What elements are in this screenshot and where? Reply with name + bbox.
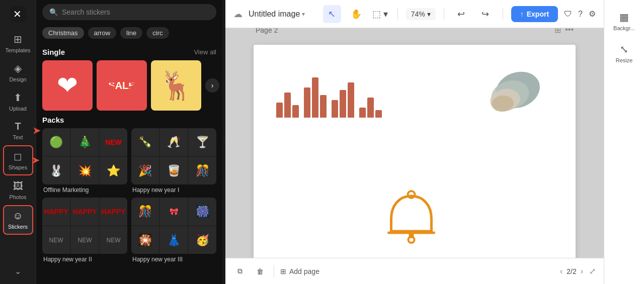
left-toolbar: ✕ ⊞ Templates ◈ Design ⬆ Upload T Text ➤…: [0, 0, 36, 284]
resize-button[interactable]: ⤡ Resize: [607, 38, 642, 68]
page-expand-icon[interactable]: ⊞: [554, 28, 561, 35]
title-chevron-icon[interactable]: ▾: [302, 11, 305, 18]
tag-arrow[interactable]: arrow: [88, 27, 117, 39]
photos-icon: 🖼: [13, 180, 23, 192]
toolbar-more-button[interactable]: ⌄: [3, 262, 33, 280]
doc-title-container: Untitled image ▾: [249, 10, 305, 19]
hand-feather-element[interactable]: [475, 60, 545, 130]
expand-button[interactable]: ⤢: [589, 266, 596, 276]
add-page-label: Add page: [289, 267, 319, 275]
pack-cell: 🍸: [189, 128, 216, 156]
design-icon: ◈: [14, 62, 22, 74]
add-page-button[interactable]: ⊞ Add page: [280, 267, 319, 275]
shapes-icon: ◻: [14, 150, 22, 162]
sidebar-item-photos[interactable]: 🖼 Photos: [3, 176, 33, 204]
pack-cell: 👗: [160, 226, 188, 254]
single-section-title: Single: [42, 48, 65, 56]
chart-element[interactable]: [276, 77, 382, 118]
background-button[interactable]: ▦ Backgr...: [607, 6, 642, 36]
sidebar-item-upload[interactable]: ⬆ Upload: [3, 87, 33, 116]
sticker-heart[interactable]: ❤: [42, 60, 93, 111]
page-label: Page 2: [256, 28, 278, 34]
search-input[interactable]: [62, 8, 209, 16]
single-stickers-row: ❤ SALE 🦌 ›: [42, 60, 216, 111]
tags-row: Christmas arrow line circ: [36, 24, 222, 43]
pack-happy-new-year-3[interactable]: 🎊 🎀 🎆 🎇 👗 🥳 Happy new year III: [131, 198, 216, 263]
stickers-icon: ☺: [13, 210, 23, 222]
sidebar-item-stickers[interactable]: ☺ Stickers: [3, 205, 33, 235]
sidebar-item-text[interactable]: T Text ➤: [3, 117, 33, 144]
pack-cell: 💥: [71, 157, 99, 184]
tag-circ[interactable]: circ: [146, 27, 169, 39]
text-icon: T: [15, 121, 21, 132]
bottom-bar: ⧉ 🗑 ⊞ Add page ‹ 2/2 › ⤢: [225, 258, 604, 284]
zoom-value: 74%: [411, 10, 425, 18]
sticker-reindeer[interactable]: 🦌: [151, 60, 201, 111]
pack-cell: 🎉: [131, 157, 159, 184]
pack-happy-new-year-3-grid: 🎊 🎀 🎆 🎇 👗 🥳: [131, 198, 216, 254]
shapes-arrow: ➤: [32, 155, 39, 166]
upload-label: Upload: [9, 106, 27, 112]
pack-cell: 🎄: [71, 128, 99, 156]
main-area: ☁ Untitled image ▾ ↖ ✋ ⬚ ▾ 74% ▾ ↩ ↪ ↑ E…: [225, 0, 604, 284]
page-counter: 2/2: [567, 267, 576, 275]
export-icon: ↑: [520, 10, 524, 18]
pack-happy-new-year-1-label: Happy new year I: [131, 186, 216, 194]
copy-page-button[interactable]: ⧉: [233, 264, 247, 278]
toolbar-divider-3: [503, 8, 503, 20]
shield-icon[interactable]: 🛡: [564, 10, 572, 19]
text-label: Text: [13, 134, 23, 140]
zoom-control[interactable]: 74% ▾: [406, 8, 436, 20]
sidebar-item-design[interactable]: ◈ Design: [3, 58, 33, 86]
pack-offline-marketing-label: Offline Marketing: [42, 186, 127, 194]
heart-emoji: ❤: [57, 71, 78, 100]
page-navigation: ‹ 2/2 ›: [560, 267, 583, 276]
frames-button[interactable]: ⬚ ▾: [371, 5, 389, 23]
sidebar-item-templates[interactable]: ⊞ Templates: [3, 29, 33, 57]
redo-button[interactable]: ↪: [476, 5, 495, 23]
sidebar-item-shapes[interactable]: ◻ Shapes ➤: [3, 145, 33, 175]
trash-icon: 🗑: [257, 267, 264, 275]
export-button[interactable]: ↑ Export: [511, 6, 558, 22]
sticker-sale[interactable]: SALE: [97, 60, 147, 111]
tag-line[interactable]: line: [120, 27, 142, 39]
bell-element[interactable]: [379, 188, 444, 251]
photos-label: Photos: [9, 194, 26, 200]
pack-happy-new-year-2-label: Happy new year II: [42, 256, 127, 263]
settings-icon[interactable]: ⚙: [589, 9, 596, 19]
app-logo[interactable]: ✕: [8, 4, 28, 24]
carousel-next-button[interactable]: ›: [205, 78, 219, 92]
resize-icon: ⤡: [620, 43, 628, 55]
stickers-label: Stickers: [8, 224, 28, 230]
hand-tool-button[interactable]: ✋: [347, 5, 365, 23]
doc-cloud-icon: ☁: [233, 9, 243, 20]
view-all-single[interactable]: View all: [194, 48, 216, 56]
upload-icon: ⬆: [14, 91, 22, 104]
text-arrow: ➤: [33, 125, 40, 136]
svg-text:✕: ✕: [13, 9, 22, 20]
page-options-icon[interactable]: •••: [565, 28, 574, 35]
help-icon[interactable]: ?: [578, 10, 583, 19]
pack-cell: NEW: [71, 226, 99, 254]
packs-section: Packs 🟢 🎄 NEW 🐰 💥 ⭐ Offline Marketing: [42, 116, 216, 263]
tag-christmas[interactable]: Christmas: [42, 27, 84, 39]
next-page-button[interactable]: ›: [581, 267, 583, 276]
pack-cell: 🎊: [131, 198, 159, 225]
pack-happy-new-year-1-grid: 🍾 🥂 🍸 🎉 🥃 🎊: [131, 128, 216, 184]
packs-grid: 🟢 🎄 NEW 🐰 💥 ⭐ Offline Marketing 🍾 🥂 🍸: [42, 128, 216, 263]
pack-cell: HAPPY: [42, 198, 70, 225]
doc-title: Untitled image: [249, 10, 300, 19]
undo-button[interactable]: ↩: [452, 5, 470, 23]
pack-cell: 🎆: [189, 198, 216, 225]
pack-offline-marketing[interactable]: 🟢 🎄 NEW 🐰 💥 ⭐ Offline Marketing: [42, 128, 127, 194]
packs-section-header: Packs: [42, 116, 216, 124]
right-panel: ▦ Backgr... ⤡ Resize: [604, 0, 644, 284]
pack-happy-new-year-1[interactable]: 🍾 🥂 🍸 🎉 🥃 🎊 Happy new year I: [131, 128, 216, 194]
pack-cell: NEW: [100, 226, 127, 254]
pack-happy-new-year-2[interactable]: HAPPY HAPPY HAPPY NEW NEW NEW Happy new …: [42, 198, 127, 263]
select-tool-button[interactable]: ↖: [323, 5, 341, 23]
delete-page-button[interactable]: 🗑: [253, 264, 268, 278]
prev-page-button[interactable]: ‹: [560, 267, 562, 276]
pack-happy-new-year-2-grid: HAPPY HAPPY HAPPY NEW NEW NEW: [42, 198, 127, 254]
canvas-page[interactable]: [254, 45, 576, 258]
